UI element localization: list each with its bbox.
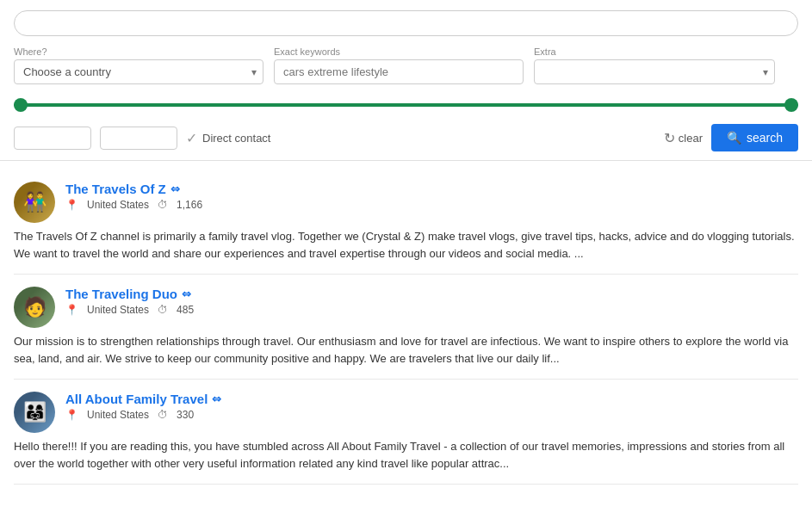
result-item: 🧑 The Traveling Duo ⇔ 📍 United States ⏱ … (14, 275, 798, 380)
results-section: 👫 The Travels Of Z ⇔ 📍 United States ⏱ 1… (0, 161, 812, 493)
avatar: 👫 (14, 182, 55, 223)
direct-contact-toggle[interactable]: ✓ Direct contact (186, 130, 270, 146)
subscribers-icon: ⏱ (158, 199, 168, 211)
channel-subscribers: 1,166 (177, 199, 202, 211)
result-header: 👫 The Travels Of Z ⇔ 📍 United States ⏱ 1… (14, 182, 798, 223)
country-filter-group: Where? Choose a country United States Un… (14, 46, 263, 84)
meta-row: 📍 United States ⏱ 485 (65, 304, 798, 316)
channel-name-link[interactable]: The Travels Of Z ⇔ (65, 182, 180, 196)
direct-contact-label: Direct contact (202, 132, 270, 145)
checkmark-icon: ✓ (186, 130, 197, 146)
search-button-label: search (747, 131, 783, 145)
slider-handle-right[interactable] (784, 98, 798, 112)
extra-select[interactable] (534, 59, 775, 84)
channel-country: United States (87, 304, 149, 316)
country-filter-label: Where? (14, 46, 263, 57)
external-link-icon: ⇔ (170, 182, 180, 195)
result-header: 🧑 The Traveling Duo ⇔ 📍 United States ⏱ … (14, 287, 798, 328)
channel-description: The Travels Of Z channel is primarily a … (14, 228, 798, 262)
result-item: 👫 The Travels Of Z ⇔ 📍 United States ⏱ 1… (14, 170, 798, 275)
location-icon: 📍 (65, 409, 78, 421)
result-header: 👨‍👩‍👧 All About Family Travel ⇔ 📍 United… (14, 392, 798, 433)
location-icon: 📍 (65, 304, 78, 316)
keywords-filter-label: Exact keywords (274, 46, 524, 57)
range-max-input[interactable]: 60000000 (100, 127, 177, 150)
slider-handle-left[interactable] (14, 98, 28, 112)
clear-button[interactable]: ↻ clear (664, 130, 703, 146)
filters-row: Where? Choose a country United States Un… (14, 46, 798, 84)
location-icon: 📍 (65, 199, 78, 211)
channel-subscribers: 330 (177, 409, 194, 421)
channel-info: The Traveling Duo ⇔ 📍 United States ⏱ 48… (65, 287, 798, 316)
channel-country: United States (87, 199, 149, 211)
channel-name-link[interactable]: All About Family Travel ⇔ (65, 392, 221, 406)
channel-name-link[interactable]: The Traveling Duo ⇔ (65, 287, 191, 301)
meta-row: 📍 United States ⏱ 1,166 (65, 199, 798, 211)
channel-info: All About Family Travel ⇔ 📍 United State… (65, 392, 798, 421)
channel-description: Our mission is to strengthen relationshi… (14, 333, 798, 367)
slider-track (14, 103, 798, 107)
result-item: 👨‍👩‍👧 All About Family Travel ⇔ 📍 United… (14, 380, 798, 485)
refresh-icon: ↻ (664, 130, 675, 146)
country-select[interactable]: Choose a country United States United Ki… (14, 59, 263, 84)
subscribers-icon: ⏱ (158, 304, 168, 316)
channel-country: United States (87, 409, 149, 421)
keywords-input[interactable] (274, 59, 524, 84)
channel-name-text: The Traveling Duo (65, 287, 177, 301)
channel-name-text: The Travels Of Z (65, 182, 166, 196)
channel-info: The Travels Of Z ⇔ 📍 United States ⏱ 1,1… (65, 182, 798, 211)
meta-row: 📍 United States ⏱ 330 (65, 409, 798, 421)
avatar: 👨‍👩‍👧 (14, 392, 55, 433)
external-link-icon: ⇔ (182, 287, 191, 300)
search-button[interactable]: 🔍 search (711, 124, 798, 151)
top-section: travel Where? Choose a country United St… (0, 0, 812, 161)
external-link-icon: ⇔ (212, 392, 221, 405)
extra-filter-group: Extra ▾ (534, 46, 775, 84)
search-button-icon: 🔍 (727, 131, 741, 145)
avatar: 🧑 (14, 287, 55, 328)
country-select-wrapper: Choose a country United States United Ki… (14, 59, 263, 84)
keywords-filter-group: Exact keywords (274, 46, 524, 84)
channel-subscribers: 485 (177, 304, 194, 316)
main-search-bar: travel (14, 10, 798, 36)
slider-row (14, 93, 798, 117)
main-search-input[interactable]: travel (27, 16, 785, 30)
subscribers-icon: ⏱ (158, 409, 168, 421)
extra-select-wrapper: ▾ (534, 59, 775, 84)
range-min-input[interactable]: 0 (14, 127, 91, 150)
channel-description: Hello there!!! If you are reading this, … (14, 438, 798, 472)
range-slider-container (14, 96, 798, 114)
controls-row: 0 60000000 ✓ Direct contact ↻ clear 🔍 se… (14, 124, 798, 151)
channel-name-text: All About Family Travel (65, 392, 208, 406)
clear-label: clear (679, 132, 703, 145)
extra-filter-label: Extra (534, 46, 775, 57)
